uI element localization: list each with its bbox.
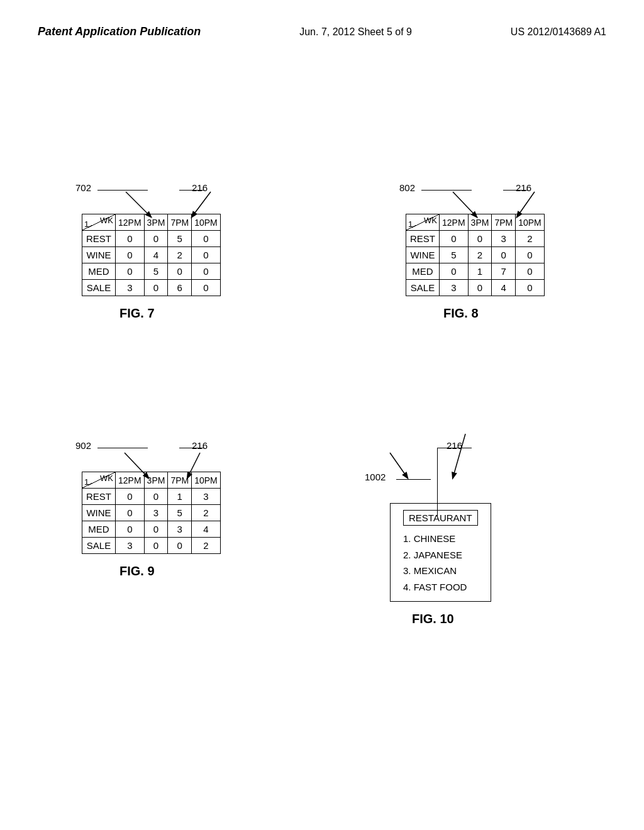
fig9-table: WK 1 12PM 3PM 7PM 10PM REST 0013 WINE 03… bbox=[82, 472, 221, 554]
fig7-label: FIG. 7 bbox=[119, 306, 221, 321]
fig9-id-label: 902 bbox=[75, 440, 91, 451]
fig7-id-label: 702 bbox=[75, 182, 91, 193]
list-item: 1. CHINESE bbox=[403, 531, 478, 547]
list-item: 4. FAST FOOD bbox=[403, 579, 478, 595]
patent-header-center: Jun. 7, 2012 Sheet 5 of 9 bbox=[299, 26, 412, 38]
list-item: 3. MEXICAN bbox=[403, 563, 478, 579]
patent-header-right: US 2012/0143689 A1 bbox=[511, 26, 606, 38]
fig8-table: WK 1 12PM 3PM 7PM 10PM REST 0032 WINE 52… bbox=[406, 214, 545, 296]
fig8-id-label: 802 bbox=[399, 182, 415, 193]
fig10-label: FIG. 10 bbox=[412, 612, 491, 626]
fig9-label: FIG. 9 bbox=[119, 564, 221, 578]
fig10-item-list: 1. CHINESE 2. JAPANESE 3. MEXICAN 4. FAS… bbox=[403, 531, 478, 595]
patent-header-left: Patent Application Publication bbox=[38, 25, 201, 38]
fig10-ref-label: 216 bbox=[447, 440, 462, 451]
fig8-ref-label: 216 bbox=[516, 182, 531, 193]
fig9-ref-label: 216 bbox=[192, 440, 208, 451]
fig10-box: RESTAURANT 1. CHINESE 2. JAPANESE 3. MEX… bbox=[390, 503, 491, 602]
list-item: 2. JAPANESE bbox=[403, 547, 478, 563]
fig7-table: WK 1 12PM 3PM 7PM 10PM REST 0050 WINE 04… bbox=[82, 214, 221, 296]
fig10-box-title: RESTAURANT bbox=[403, 510, 478, 526]
fig8-label: FIG. 8 bbox=[443, 306, 545, 321]
fig7-ref-label: 216 bbox=[192, 182, 208, 193]
fig10-id-label: 1002 bbox=[365, 472, 386, 482]
